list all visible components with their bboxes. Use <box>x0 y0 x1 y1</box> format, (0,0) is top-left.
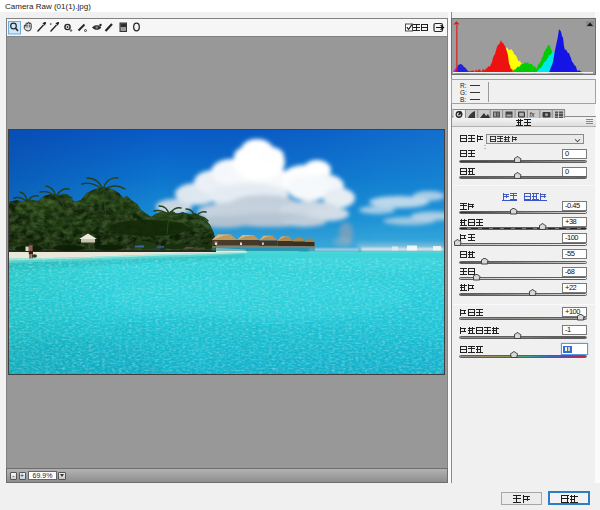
svg-text:fx: fx <box>530 111 536 118</box>
